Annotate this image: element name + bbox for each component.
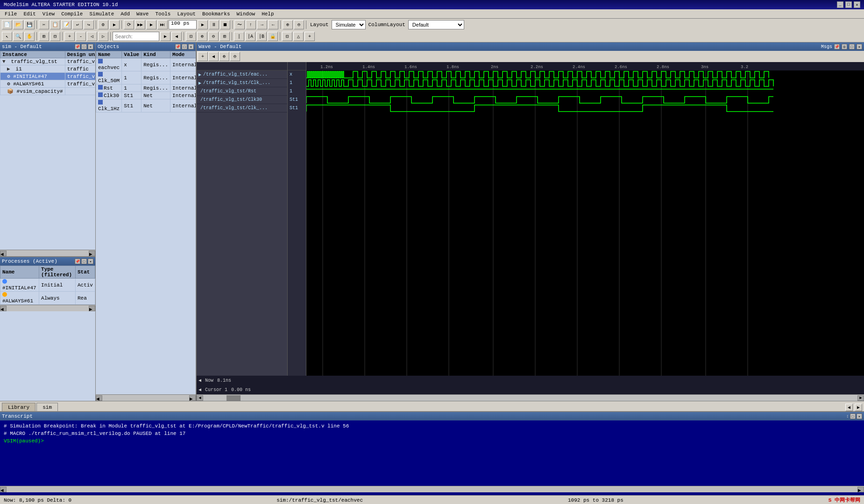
scroll-left-obj[interactable]: ◀: [96, 395, 102, 401]
time-input[interactable]: 100 ps: [169, 20, 197, 29]
instance-close-button[interactable]: ✕: [88, 44, 93, 49]
signal-button[interactable]: ↑: [246, 20, 256, 29]
table-row[interactable]: #ALWAYS#61 Always Rea: [0, 292, 95, 305]
stop-button[interactable]: ⏹: [220, 20, 230, 29]
cut-button[interactable]: ✂: [39, 20, 49, 29]
process-panel-buttons[interactable]: 📌 □ ✕: [75, 259, 93, 264]
process-scroll-h[interactable]: ◀ ▶: [0, 305, 95, 311]
paste-button[interactable]: 📝: [61, 20, 71, 29]
proc-name-1[interactable]: #ALWAYS#61: [0, 292, 39, 305]
wave-scroll-right[interactable]: ▶: [857, 395, 864, 401]
prev-button[interactable]: ←: [268, 20, 278, 29]
wave-scrollbar-h[interactable]: ◀ ▶: [197, 394, 864, 401]
transcript-input[interactable]: [47, 438, 187, 444]
obj-name-3[interactable]: Clk30: [96, 92, 122, 99]
menu-view[interactable]: View: [40, 10, 57, 18]
table-row[interactable]: ▶ i1 traffic Module: [0, 65, 96, 73]
menu-tools[interactable]: Tools: [152, 10, 173, 18]
wave-zoom-in-btn[interactable]: ⊕: [219, 52, 229, 61]
zoom-in2-button[interactable]: ⊕: [197, 32, 207, 41]
table-row[interactable]: #INITIAL#47 Initial Activ: [0, 279, 95, 292]
wave-scrollbar-thumb[interactable]: [227, 395, 241, 401]
break-button[interactable]: ⏸: [209, 20, 219, 29]
step-button[interactable]: ⏭: [157, 20, 168, 29]
instance-scroll-h[interactable]: ◀ ▶: [0, 250, 95, 256]
menu-window[interactable]: Window: [234, 10, 258, 18]
run-all-button[interactable]: ▶▶: [135, 20, 145, 29]
wave-float-button[interactable]: ⊡: [842, 44, 847, 49]
instance-name-1[interactable]: ▶ i1: [0, 65, 65, 73]
table-row[interactable]: Clk_1Hz St1 Net Internal: [96, 99, 196, 112]
wave-zoom-out[interactable]: -: [76, 32, 86, 41]
instance-name-4[interactable]: 📦 #vsim_capacity#: [0, 88, 65, 95]
ptr-button[interactable]: ↖: [2, 32, 12, 41]
objects-pin-button[interactable]: 📌: [175, 44, 181, 49]
menu-help[interactable]: Help: [259, 10, 276, 18]
menu-add[interactable]: Add: [118, 10, 133, 18]
wave-scroll-left[interactable]: ◁: [87, 32, 97, 41]
hand-button[interactable]: ✋: [24, 32, 35, 41]
menu-wave[interactable]: Wave: [134, 10, 151, 18]
tab-scroll-left[interactable]: ◀: [845, 404, 853, 411]
proc-name-0[interactable]: #INITIAL#47: [0, 279, 39, 292]
new-button[interactable]: 📄: [2, 20, 12, 29]
objects-close-button[interactable]: ✕: [188, 44, 194, 49]
trans-scroll-left[interactable]: ◀: [0, 487, 7, 492]
menu-edit[interactable]: Edit: [21, 10, 38, 18]
instance-name-3[interactable]: ⚙ #ALWAYS#61: [0, 80, 65, 88]
wave-signal-row-3[interactable]: /traffic_vlg_tst/Clk30: [197, 96, 287, 104]
wave-signal-row-2[interactable]: /traffic_vlg_tst/Rst: [197, 87, 287, 96]
wave-pin-button[interactable]: 📌: [834, 44, 840, 49]
transcript-close-button[interactable]: ✕: [857, 413, 862, 419]
obj-name-1[interactable]: Clk_50M: [96, 71, 122, 84]
wave-close-button[interactable]: ✕: [857, 44, 862, 49]
wave-zoom-in[interactable]: +: [64, 32, 75, 41]
wave-max-button[interactable]: □: [849, 44, 855, 49]
layout-dropdown[interactable]: Simulate: [332, 20, 366, 29]
menu-compile[interactable]: Compile: [58, 10, 85, 18]
trans-scroll-right[interactable]: ▶: [857, 487, 864, 492]
open-button[interactable]: 📂: [13, 20, 23, 29]
tab-sim[interactable]: sim: [36, 403, 58, 411]
zoom-full-button[interactable]: ⊡: [186, 32, 196, 41]
copy-button[interactable]: 📋: [50, 20, 60, 29]
process-max-button[interactable]: □: [81, 259, 87, 264]
zoom-out-button[interactable]: ⊖: [294, 20, 304, 29]
instance-name-0[interactable]: ▼ traffic_vlg_tst: [0, 58, 65, 65]
sim-button[interactable]: ▶: [109, 20, 120, 29]
minimize-button[interactable]: _: [837, 1, 843, 8]
scroll-right-btn[interactable]: ▶: [89, 251, 95, 256]
obj-name-2[interactable]: Rst: [96, 84, 122, 92]
wave-zoom-out-btn[interactable]: ⊖: [230, 52, 240, 61]
next-button[interactable]: →: [257, 20, 267, 29]
wave-signal-row-4[interactable]: /traffic_vlg_tst/Clk_...: [197, 104, 287, 112]
table-row[interactable]: ▼ traffic_vlg_tst traffic_vlg_tst Module: [0, 58, 96, 65]
scroll-left-btn[interactable]: ◀: [0, 251, 7, 256]
wave-button[interactable]: 〜: [234, 20, 245, 29]
maximize-button[interactable]: □: [845, 1, 852, 8]
undo-button[interactable]: ↩: [72, 20, 83, 29]
transcript-scroll-h[interactable]: ◀ ▶: [0, 486, 864, 492]
wave-scroll-right[interactable]: ▷: [98, 32, 108, 41]
tab-library[interactable]: Library: [2, 403, 35, 411]
search-next-button[interactable]: ▶: [160, 32, 170, 41]
zoom-out2-button[interactable]: ⊖: [208, 32, 219, 41]
wave-nav-left[interactable]: ◀: [198, 378, 201, 383]
run-button[interactable]: ▶: [146, 20, 156, 29]
scroll-right-proc[interactable]: ▶: [89, 306, 95, 311]
transcript-max-button[interactable]: □: [850, 413, 856, 419]
instance-panel-buttons[interactable]: 📌 □ ✕: [75, 44, 93, 49]
restart-button[interactable]: ⟳: [124, 20, 134, 29]
redo-button[interactable]: ↪: [84, 20, 94, 29]
column-layout-dropdown[interactable]: Default: [408, 20, 464, 29]
cursor-a-button[interactable]: |A: [245, 32, 255, 41]
search-prev-button[interactable]: ◀: [171, 32, 182, 41]
signal-add-button[interactable]: +: [305, 32, 315, 41]
menu-simulate[interactable]: Simulate: [86, 10, 117, 18]
trig-button[interactable]: △: [293, 32, 304, 41]
process-close-button[interactable]: ✕: [88, 259, 93, 264]
tab-scroll-right[interactable]: ▶: [855, 404, 862, 411]
collapse-button[interactable]: ⊟: [50, 32, 60, 41]
scroll-right-obj[interactable]: ▶: [189, 395, 196, 401]
cursor-lock-button[interactable]: 🔒: [268, 32, 278, 41]
